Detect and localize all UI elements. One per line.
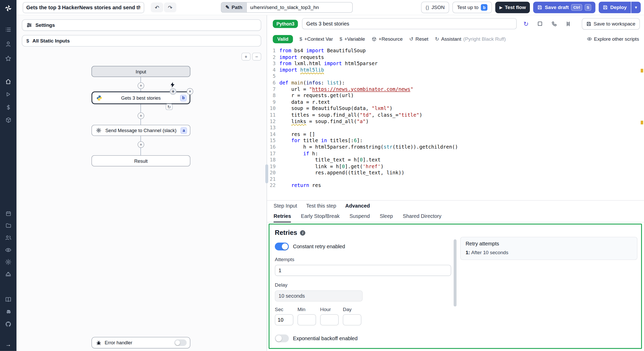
settings-button[interactable]: Settings bbox=[22, 19, 261, 31]
tab-test-this-step[interactable]: Test this step bbox=[306, 203, 336, 209]
deploy-more-button[interactable]: ▼ bbox=[631, 2, 641, 13]
sidebar-workers-helmet-icon[interactable] bbox=[0, 269, 16, 280]
sidebar-runs-play-icon[interactable] bbox=[0, 89, 16, 100]
code-line bbox=[279, 73, 644, 80]
line-number: 4 bbox=[267, 67, 276, 73]
remove-step-icon[interactable]: × bbox=[187, 88, 193, 95]
add-context-var-label: +Context Var bbox=[304, 36, 333, 42]
zoom-out-button[interactable]: − bbox=[252, 53, 261, 61]
tab-step-input[interactable]: Step Input bbox=[274, 203, 297, 209]
test-flow-button[interactable]: ▶ Test flow bbox=[495, 2, 530, 13]
sidebar-list-icon[interactable] bbox=[0, 24, 16, 36]
code-line: return res bbox=[279, 183, 644, 189]
panel-resize-handle[interactable] bbox=[265, 164, 268, 183]
code-line: def main(infos: list): bbox=[279, 80, 644, 86]
error-handler-label: Error handler bbox=[105, 340, 132, 345]
retries-panel: Retries i Constant retry enabled Attempt… bbox=[269, 224, 642, 349]
sync-icon[interactable]: ↻ bbox=[521, 18, 531, 29]
test-up-to-button[interactable]: Test up to b bbox=[453, 2, 492, 13]
line-number: 19 bbox=[267, 164, 276, 170]
code-editor[interactable]: 12345678910111213141516171819202122 from… bbox=[267, 46, 644, 200]
day-input[interactable] bbox=[343, 314, 361, 325]
attempts-label-2: Attempts bbox=[275, 348, 456, 349]
sidebar-docs-book-icon[interactable] bbox=[0, 294, 16, 305]
sidebar-settings-gear-icon[interactable] bbox=[0, 256, 16, 268]
code-line: import requests bbox=[279, 54, 644, 61]
sliders-icon bbox=[26, 22, 32, 28]
reset-button[interactable]: ↺Reset bbox=[409, 36, 428, 42]
tab-advanced[interactable]: Advanced bbox=[345, 203, 370, 209]
sidebar-user-icon[interactable] bbox=[0, 38, 16, 50]
deploy-button[interactable]: Deploy bbox=[599, 2, 631, 13]
flow-node-result[interactable]: Result bbox=[91, 155, 190, 166]
step-summary-input[interactable] bbox=[302, 18, 517, 29]
explore-other-scripts-button[interactable]: Explore other scripts bbox=[587, 36, 639, 42]
info-icon[interactable]: i bbox=[300, 230, 306, 235]
flow-node-step-a[interactable]: Send Message to Channel (slack) a bbox=[91, 125, 190, 136]
tab-retries[interactable]: Retries bbox=[274, 211, 291, 222]
delay-input[interactable] bbox=[275, 290, 363, 302]
error-handler-toggle[interactable] bbox=[174, 339, 187, 346]
result-node-label: Result bbox=[134, 158, 148, 163]
all-static-inputs-button[interactable]: $ All Static Inputs bbox=[22, 35, 261, 47]
exponential-backoff-toggle[interactable] bbox=[275, 335, 289, 342]
sidebar-groups-users-icon[interactable] bbox=[0, 232, 16, 244]
tab-suspend[interactable]: Suspend bbox=[350, 211, 370, 222]
json-label: JSON bbox=[431, 5, 445, 10]
tab-shared-directory[interactable]: Shared Directory bbox=[403, 211, 442, 222]
add-step-button-2[interactable]: + bbox=[138, 113, 144, 119]
constant-retry-row: Constant retry enabled bbox=[275, 243, 456, 250]
retries-scrollbar[interactable] bbox=[454, 239, 456, 306]
sidebar-star-icon[interactable] bbox=[0, 53, 16, 64]
sidebar-folders-icon[interactable] bbox=[0, 220, 16, 231]
windmill-logo[interactable] bbox=[0, 3, 16, 14]
sidebar-resources-cube-icon[interactable] bbox=[0, 114, 16, 126]
phone-icon[interactable] bbox=[549, 18, 559, 29]
retry-indicator-icon[interactable]: ↻ bbox=[166, 104, 173, 110]
railway-icon[interactable] bbox=[563, 18, 573, 29]
min-input[interactable] bbox=[298, 314, 316, 325]
attempts-input[interactable] bbox=[275, 265, 451, 276]
add-context-var-button[interactable]: $+Context Var bbox=[300, 36, 333, 42]
save-draft-button[interactable]: Save draft Ctrl S bbox=[533, 2, 595, 13]
window-icon[interactable] bbox=[535, 18, 545, 29]
retry-text: After 10 seconds bbox=[471, 250, 508, 255]
code-line: res.append((title_text, link)) bbox=[279, 170, 644, 176]
constant-retry-toggle[interactable] bbox=[275, 243, 289, 250]
code-line: titles = soup.find_all("td", class_="tit… bbox=[279, 112, 644, 118]
add-variable-button[interactable]: $+Variable bbox=[340, 36, 365, 42]
flow-title-input[interactable] bbox=[23, 2, 144, 13]
hour-input[interactable] bbox=[320, 314, 339, 325]
path-button[interactable]: ✎ Path bbox=[221, 2, 246, 13]
assistant-refresh-icon: ↻ bbox=[435, 36, 439, 42]
add-resource-button[interactable]: +Resource bbox=[372, 36, 403, 42]
sec-input[interactable] bbox=[275, 314, 293, 325]
save-draft-label: Save draft bbox=[545, 5, 569, 10]
reset-label: Reset bbox=[416, 36, 428, 42]
save-to-workspace-button[interactable]: Save to workspace bbox=[582, 18, 640, 30]
sidebar-home-icon[interactable] bbox=[0, 76, 16, 87]
add-step-button-3[interactable]: + bbox=[138, 141, 144, 148]
sidebar-variables-dollar-icon[interactable] bbox=[0, 101, 16, 113]
move-step-icon[interactable]: + bbox=[170, 88, 176, 95]
sidebar-audit-eye-icon[interactable] bbox=[0, 244, 16, 256]
bolt-icon[interactable] bbox=[170, 82, 175, 88]
add-step-button-1[interactable]: + bbox=[138, 82, 144, 89]
code-line: r = requests.get(url) bbox=[279, 93, 644, 99]
assistant-button[interactable]: ↻Assistant(Pyright Black Ruff) bbox=[435, 36, 506, 42]
zoom-in-button[interactable]: + bbox=[241, 53, 250, 61]
redo-button[interactable]: ↷ bbox=[164, 3, 176, 12]
flow-node-input[interactable]: Input bbox=[91, 66, 190, 77]
tab-sleep[interactable]: Sleep bbox=[380, 211, 393, 222]
path-input[interactable] bbox=[247, 2, 353, 13]
sidebar-discord-icon[interactable] bbox=[0, 306, 16, 318]
sidebar-expand-arrow-icon[interactable]: → bbox=[0, 339, 16, 350]
undo-button[interactable]: ↶ bbox=[151, 3, 163, 12]
error-handler-node[interactable]: Error handler bbox=[91, 337, 190, 348]
json-button[interactable]: { } JSON bbox=[421, 2, 449, 13]
step-b-label: Gets 3 best stories bbox=[121, 95, 160, 100]
sidebar-schedules-calendar-icon[interactable] bbox=[0, 208, 16, 219]
sidebar-github-icon[interactable] bbox=[0, 318, 16, 330]
tab-early-stop-break[interactable]: Early Stop/Break bbox=[301, 211, 340, 222]
line-number: 16 bbox=[267, 144, 276, 151]
